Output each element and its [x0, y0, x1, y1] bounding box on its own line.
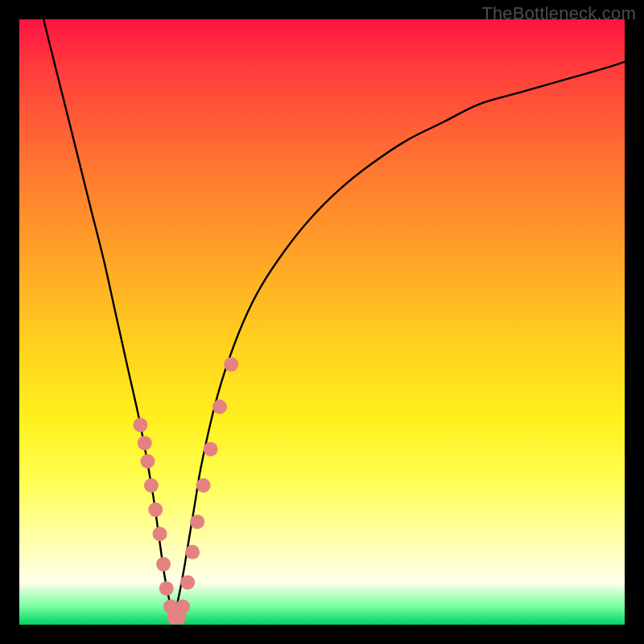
curve-marker: [153, 526, 167, 541]
curve-marker: [204, 442, 218, 456]
watermark-text: TheBottleneck.com: [481, 3, 636, 24]
curve-marker: [180, 575, 195, 589]
curve-marker: [185, 545, 200, 559]
curve-marker: [133, 418, 147, 432]
curve-marker: [144, 478, 159, 493]
curve-marker: [138, 436, 152, 450]
bottleneck-curve-path: [43, 19, 625, 619]
curve-marker: [140, 454, 155, 469]
curve-marker: [148, 502, 163, 517]
curve-marker: [190, 514, 204, 529]
curve-marker: [156, 557, 171, 572]
curve-marker: [224, 357, 238, 372]
curve-marker: [159, 581, 174, 596]
curve-marker: [175, 599, 190, 613]
curve-markers: [133, 357, 238, 625]
chart-plot-area: [19, 19, 625, 625]
curve-marker: [196, 478, 211, 493]
curve-svg: [19, 19, 625, 625]
curve-marker: [213, 399, 227, 414]
